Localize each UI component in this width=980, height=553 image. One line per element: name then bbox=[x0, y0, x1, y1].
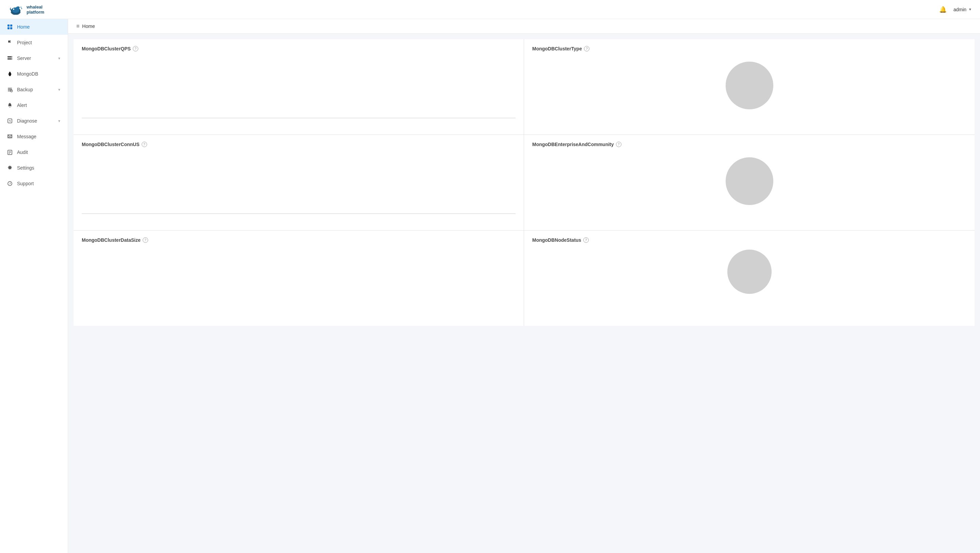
svg-rect-4 bbox=[8, 24, 10, 27]
diagnose-icon bbox=[7, 118, 13, 124]
svg-rect-14 bbox=[8, 91, 11, 91]
widget-cluster-type-title: MongoDBClusterType ? bbox=[532, 46, 966, 51]
sidebar-label-message: Message bbox=[17, 134, 61, 139]
svg-point-10 bbox=[11, 57, 12, 57]
app-layout: Home Project Server ▼ MongoDB Back bbox=[0, 19, 980, 553]
svg-rect-7 bbox=[10, 27, 12, 29]
sidebar: Home Project Server ▼ MongoDB Back bbox=[0, 19, 68, 553]
widget-cluster-type-help-icon[interactable]: ? bbox=[584, 46, 589, 51]
server-chevron-icon: ▼ bbox=[57, 57, 61, 60]
audit-icon bbox=[7, 149, 13, 155]
message-icon bbox=[7, 133, 13, 140]
mongodb-icon bbox=[7, 71, 13, 77]
widget-cluster-type: MongoDBClusterType ? bbox=[524, 39, 975, 135]
widget-conn-us-chart bbox=[82, 153, 515, 221]
widget-node-status: MongoDBNodeStatus ? bbox=[524, 230, 975, 326]
support-icon bbox=[7, 181, 13, 187]
widget-node-status-help-icon[interactable]: ? bbox=[583, 237, 589, 243]
logo: whaleal platform bbox=[8, 2, 44, 17]
widget-conn-us: MongoDBClusterConnUS ? bbox=[73, 135, 524, 230]
svg-rect-6 bbox=[8, 27, 10, 29]
sidebar-item-settings[interactable]: Settings bbox=[0, 160, 68, 176]
sidebar-item-support[interactable]: Support bbox=[0, 176, 68, 191]
dashboard-row-2: MongoDBClusterConnUS ? MongoDBEnterprise… bbox=[73, 135, 975, 230]
widget-qps: MongoDBClusterQPS ? bbox=[73, 39, 524, 135]
dashboard-row-1: MongoDBClusterQPS ? MongoDBClusterType ? bbox=[73, 39, 975, 135]
breadcrumb: ≡ Home bbox=[68, 19, 980, 34]
widget-enterprise-title: MongoDBEnterpriseAndCommunity ? bbox=[532, 141, 966, 147]
svg-point-21 bbox=[8, 181, 12, 186]
sidebar-item-audit[interactable]: Audit bbox=[0, 145, 68, 160]
backup-chevron-icon: ▼ bbox=[57, 88, 61, 92]
breadcrumb-label: Home bbox=[82, 24, 95, 29]
sidebar-label-alert: Alert bbox=[17, 102, 61, 108]
widget-qps-chart bbox=[82, 57, 515, 125]
username-label: admin bbox=[953, 7, 966, 12]
menu-icon: ≡ bbox=[76, 23, 80, 29]
sidebar-item-home[interactable]: Home bbox=[0, 19, 68, 35]
sidebar-label-diagnose: Diagnose bbox=[17, 118, 54, 124]
header-right: 🔔 admin ▼ bbox=[939, 6, 972, 13]
svg-rect-5 bbox=[10, 24, 12, 27]
app-header: whaleal platform 🔔 admin ▼ bbox=[0, 0, 980, 19]
grid-icon bbox=[7, 24, 13, 30]
widget-node-status-chart bbox=[727, 249, 772, 294]
sidebar-label-audit: Audit bbox=[17, 149, 61, 155]
chart-baseline bbox=[82, 118, 515, 118]
backup-icon bbox=[7, 86, 13, 93]
whale-logo-icon bbox=[8, 2, 23, 17]
widget-enterprise: MongoDBEnterpriseAndCommunity ? bbox=[524, 135, 975, 230]
sidebar-label-home: Home bbox=[17, 24, 61, 30]
logo-text: whaleal platform bbox=[27, 5, 44, 14]
widget-qps-help-icon[interactable]: ? bbox=[133, 46, 138, 51]
sidebar-item-backup[interactable]: Backup ▼ bbox=[0, 82, 68, 97]
sidebar-label-server: Server bbox=[17, 56, 54, 61]
widget-node-status-title: MongoDBNodeStatus ? bbox=[532, 237, 966, 243]
server-icon bbox=[7, 55, 13, 61]
widget-cluster-type-chart bbox=[725, 62, 773, 109]
sidebar-label-backup: Backup bbox=[17, 87, 54, 92]
widget-qps-title: MongoDBClusterQPS ? bbox=[82, 46, 515, 51]
diagnose-chevron-icon: ▼ bbox=[57, 119, 61, 123]
sidebar-item-server[interactable]: Server ▼ bbox=[0, 51, 68, 66]
settings-gear-icon bbox=[7, 165, 13, 171]
sidebar-label-settings: Settings bbox=[17, 165, 61, 171]
main-content: ≡ Home MongoDBClusterQPS ? Mon bbox=[68, 19, 980, 553]
widget-data-size-title: MongoDBClusterDataSize ? bbox=[82, 237, 515, 243]
svg-point-11 bbox=[11, 59, 12, 59]
sidebar-item-mongodb[interactable]: MongoDB bbox=[0, 66, 68, 82]
sidebar-label-support: Support bbox=[17, 181, 61, 186]
widget-enterprise-help-icon[interactable]: ? bbox=[616, 141, 621, 147]
sidebar-item-diagnose[interactable]: Diagnose ▼ bbox=[0, 113, 68, 129]
user-menu[interactable]: admin ▼ bbox=[953, 7, 972, 12]
widget-data-size-chart bbox=[82, 248, 515, 316]
dashboard-row-3: MongoDBClusterDataSize ? MongoDBNodeStat… bbox=[73, 230, 975, 326]
dashboard: MongoDBClusterQPS ? MongoDBClusterType ? bbox=[68, 34, 980, 331]
sidebar-label-project: Project bbox=[17, 40, 61, 45]
alert-bell-icon bbox=[7, 102, 13, 108]
notification-bell-icon[interactable]: 🔔 bbox=[939, 6, 947, 13]
widget-enterprise-chart bbox=[725, 157, 773, 205]
widget-data-size-help-icon[interactable]: ? bbox=[143, 237, 148, 243]
sidebar-item-project[interactable]: Project bbox=[0, 35, 68, 51]
sidebar-item-alert[interactable]: Alert bbox=[0, 97, 68, 113]
chart-baseline-2 bbox=[82, 213, 515, 214]
widget-data-size: MongoDBClusterDataSize ? bbox=[73, 230, 524, 326]
widget-conn-us-help-icon[interactable]: ? bbox=[142, 141, 147, 147]
sidebar-label-mongodb: MongoDB bbox=[17, 71, 61, 76]
svg-rect-12 bbox=[8, 88, 12, 89]
widget-conn-us-title: MongoDBClusterConnUS ? bbox=[82, 141, 515, 147]
sidebar-item-message[interactable]: Message bbox=[0, 129, 68, 145]
user-chevron-icon: ▼ bbox=[969, 8, 972, 11]
svg-point-2 bbox=[13, 8, 14, 10]
flag-icon bbox=[7, 40, 13, 46]
